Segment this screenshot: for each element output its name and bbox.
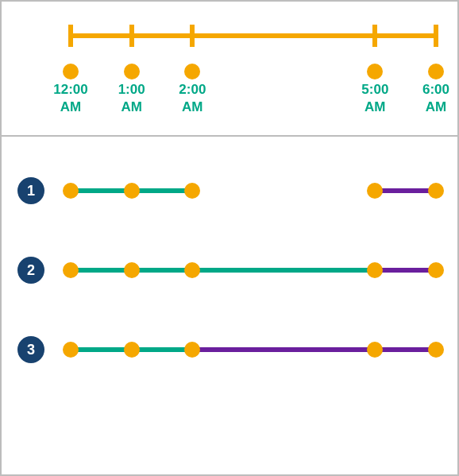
time-label-top: 2:00	[168, 81, 216, 99]
time-label-bottom: AM	[47, 99, 94, 116]
axis-tick	[129, 25, 134, 47]
time-label: 2:00AM	[168, 81, 216, 116]
timeline-row: 1	[2, 183, 457, 215]
row-dot	[428, 183, 444, 199]
row-dot	[428, 262, 444, 278]
row-dot	[367, 262, 383, 278]
axis-bar	[71, 33, 436, 38]
time-label-bottom: AM	[168, 99, 216, 116]
segment-purple	[192, 347, 436, 352]
row-dot	[63, 183, 79, 199]
time-label-top: 5:00	[351, 81, 399, 99]
time-label-bottom: AM	[108, 99, 156, 116]
time-marker-dot	[124, 64, 140, 79]
time-label-top: 12:00	[47, 81, 94, 99]
timeline-row: 2	[2, 262, 457, 294]
row-badge: 2	[17, 257, 44, 284]
time-label-top: 6:00	[412, 81, 459, 99]
row-dot	[367, 183, 383, 199]
segment-teal	[71, 268, 375, 273]
time-label: 6:00AM	[412, 81, 459, 116]
row-dot	[63, 262, 79, 278]
time-marker-dot	[63, 64, 79, 79]
row-badge: 3	[17, 336, 44, 363]
time-marker-dot	[184, 64, 200, 79]
row-dot	[124, 262, 140, 278]
time-label: 12:00AM	[47, 81, 94, 116]
axis-tick	[68, 25, 73, 47]
segment-purple	[375, 188, 436, 193]
time-label-top: 1:00	[108, 81, 156, 99]
row-dot	[124, 183, 140, 199]
time-label: 1:00AM	[108, 81, 156, 116]
time-marker-dot	[428, 64, 444, 79]
timeline-header: 12:00AM1:00AM2:00AM5:00AM6:00AM	[2, 2, 457, 137]
row-dot	[428, 342, 444, 358]
row-dot	[367, 342, 383, 358]
axis-tick	[190, 25, 195, 47]
timeline-axis	[2, 33, 457, 38]
row-dot	[184, 342, 200, 358]
axis-tick	[372, 25, 377, 47]
row-dot	[124, 342, 140, 358]
row-dot	[184, 262, 200, 278]
row-badge: 1	[17, 177, 44, 204]
timeline-row: 3	[2, 342, 457, 373]
diagram-container: 12:00AM1:00AM2:00AM5:00AM6:00AM 123	[0, 0, 459, 476]
time-label-bottom: AM	[412, 99, 459, 116]
row-dot	[63, 342, 79, 358]
time-label-bottom: AM	[351, 99, 399, 116]
segment-purple	[375, 268, 436, 273]
axis-tick	[434, 25, 438, 47]
time-label: 5:00AM	[351, 81, 399, 116]
time-marker-dot	[367, 64, 383, 79]
row-dot	[184, 183, 200, 199]
